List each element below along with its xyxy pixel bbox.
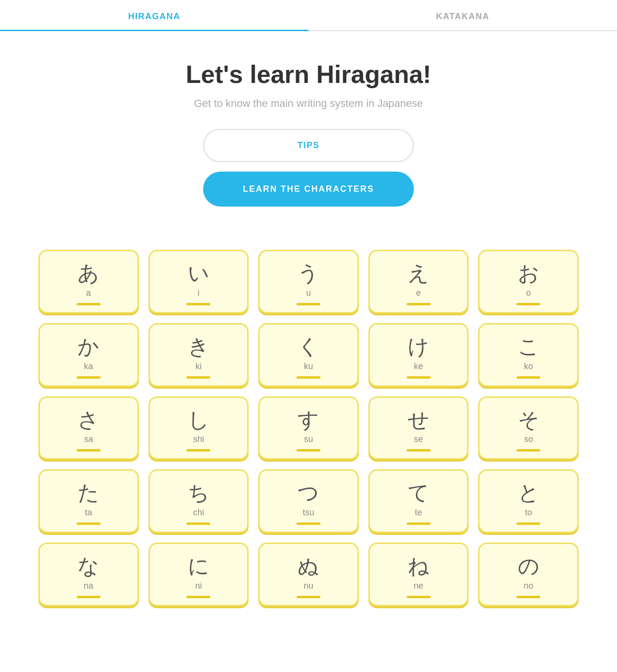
char-progress-bar — [407, 596, 431, 598]
char-kana: こ — [484, 334, 572, 359]
char-progress-bar — [407, 376, 431, 379]
char-card-i[interactable]: いi — [149, 250, 249, 313]
char-progress-bar — [297, 376, 320, 379]
char-progress-bar — [516, 303, 540, 305]
char-romanization: ne — [375, 581, 463, 591]
char-card-a[interactable]: あa — [38, 250, 139, 313]
char-romanization: ko — [484, 361, 572, 371]
character-grid: あaいiうuえeおoかkaきkiくkuけkeこkoさsaしshiすsuせseそs… — [0, 250, 617, 635]
char-romanization: na — [45, 581, 133, 591]
char-card-e[interactable]: えe — [368, 250, 469, 313]
char-romanization: chi — [155, 508, 243, 518]
char-romanization: no — [484, 581, 572, 591]
char-romanization: ka — [45, 361, 133, 371]
char-card-chi[interactable]: ちchi — [149, 469, 249, 533]
char-card-su[interactable]: すsu — [258, 396, 359, 460]
hero-section: Let's learn Hiragana! Get to know the ma… — [0, 31, 617, 250]
char-kana: ぬ — [264, 554, 353, 579]
char-card-ka[interactable]: かka — [38, 323, 139, 387]
char-card-ta[interactable]: たta — [38, 469, 139, 533]
char-progress-bar — [297, 522, 320, 525]
char-romanization: tsu — [264, 508, 353, 518]
char-card-ke[interactable]: けke — [368, 323, 469, 387]
char-kana: す — [264, 407, 353, 433]
char-romanization: sa — [45, 434, 133, 444]
char-kana: な — [45, 554, 133, 579]
char-kana: い — [155, 261, 243, 286]
char-card-u[interactable]: うu — [258, 250, 359, 313]
char-card-to[interactable]: とto — [478, 469, 579, 533]
char-kana: に — [155, 554, 243, 579]
char-kana: さ — [45, 407, 133, 433]
char-card-te[interactable]: てte — [368, 469, 469, 533]
tab-katakana[interactable]: KATAKANA — [308, 0, 617, 30]
tab-bar: HIRAGANA KATAKANA — [0, 0, 617, 31]
char-romanization: a — [45, 288, 133, 298]
char-progress-bar — [186, 522, 210, 525]
char-kana: せ — [375, 407, 463, 433]
char-card-no[interactable]: のno — [478, 543, 579, 606]
char-card-nu[interactable]: ぬnu — [258, 543, 359, 606]
char-card-ki[interactable]: きki — [149, 323, 249, 387]
char-card-ne[interactable]: ねne — [368, 543, 469, 606]
char-progress-bar — [297, 449, 320, 452]
char-kana: あ — [45, 261, 133, 286]
char-progress-bar — [516, 449, 540, 452]
char-kana: し — [155, 407, 243, 433]
page-title: Let's learn Hiragana! — [10, 60, 607, 89]
char-kana: き — [155, 334, 243, 359]
char-kana: け — [375, 334, 463, 359]
char-progress-bar — [516, 522, 540, 525]
char-card-na[interactable]: なna — [38, 543, 139, 606]
char-progress-bar — [77, 303, 101, 305]
char-romanization: ku — [264, 361, 353, 371]
char-progress-bar — [516, 376, 540, 379]
char-kana: そ — [484, 407, 572, 433]
char-romanization: e — [375, 288, 463, 298]
char-progress-bar — [407, 522, 431, 525]
char-card-se[interactable]: せse — [368, 396, 469, 460]
char-kana: と — [484, 480, 572, 506]
char-romanization: i — [155, 288, 243, 298]
char-progress-bar — [297, 303, 320, 305]
char-progress-bar — [516, 596, 540, 598]
char-progress-bar — [77, 596, 101, 598]
char-card-sa[interactable]: さsa — [38, 396, 139, 460]
char-card-so[interactable]: そso — [478, 396, 579, 460]
char-romanization: shi — [155, 434, 243, 444]
char-card-ko[interactable]: こko — [478, 323, 579, 387]
char-progress-bar — [186, 596, 210, 598]
page-subtitle: Get to know the main writing system in J… — [10, 97, 607, 110]
char-progress-bar — [407, 449, 431, 452]
char-progress-bar — [297, 596, 320, 598]
char-kana: た — [45, 480, 133, 506]
char-romanization: ke — [375, 361, 463, 371]
char-card-shi[interactable]: しshi — [149, 396, 249, 460]
char-romanization: ki — [155, 361, 243, 371]
char-romanization: so — [484, 434, 572, 444]
char-card-ku[interactable]: くku — [258, 323, 359, 387]
tab-active-indicator — [0, 30, 308, 31]
char-card-ni[interactable]: にni — [149, 543, 249, 606]
char-kana: お — [484, 261, 572, 286]
char-progress-bar — [186, 449, 210, 452]
char-kana: う — [264, 261, 353, 286]
learn-characters-button[interactable]: LEARN THE CHARACTERS — [203, 172, 414, 207]
tips-button[interactable]: TIPS — [203, 129, 414, 162]
char-romanization: nu — [264, 581, 353, 591]
char-romanization: o — [484, 288, 572, 298]
char-card-tsu[interactable]: つtsu — [258, 469, 359, 533]
char-kana: ち — [155, 480, 243, 506]
char-progress-bar — [77, 449, 101, 452]
char-card-o[interactable]: おo — [478, 250, 579, 313]
char-romanization: ta — [45, 508, 133, 518]
char-progress-bar — [407, 303, 431, 305]
char-kana: く — [264, 334, 353, 359]
char-progress-bar — [186, 303, 210, 305]
char-romanization: to — [484, 508, 572, 518]
char-romanization: se — [375, 434, 463, 444]
char-romanization: te — [375, 508, 463, 518]
char-kana: て — [375, 480, 463, 506]
tab-hiragana[interactable]: HIRAGANA — [0, 0, 308, 30]
char-kana: ね — [375, 554, 463, 579]
